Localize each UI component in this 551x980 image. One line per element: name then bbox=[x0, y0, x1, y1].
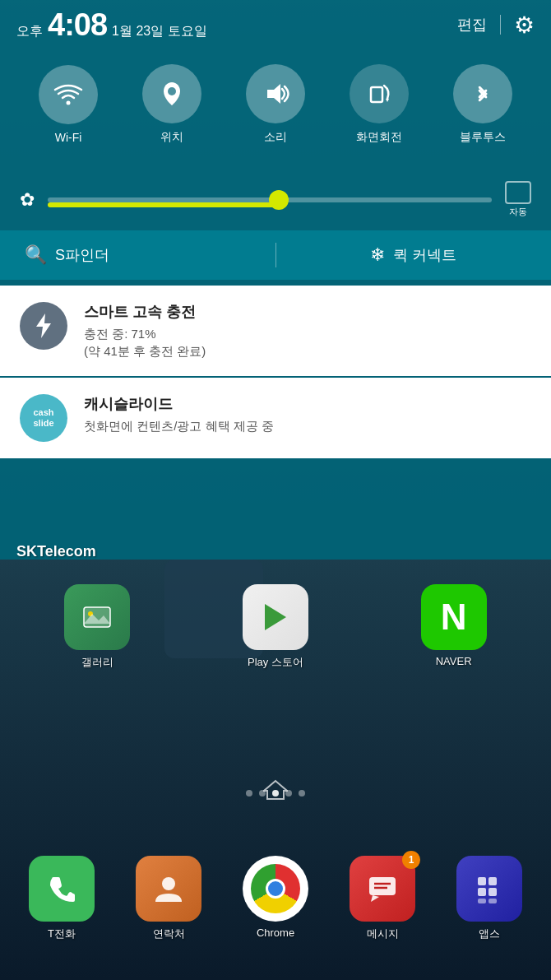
cashslide-body: 첫화면에 컨텐츠/광고 혜택 제공 중 bbox=[84, 417, 531, 434]
svg-rect-12 bbox=[369, 877, 396, 895]
chrome-center bbox=[266, 879, 285, 899]
brightness-row: ✿ 자동 bbox=[0, 181, 551, 218]
phone-icon bbox=[29, 856, 95, 922]
apps-label: 앱스 bbox=[479, 927, 500, 941]
dot-1 bbox=[246, 790, 252, 797]
carrier-label: SKTelecom bbox=[16, 543, 96, 560]
app-messages[interactable]: 1 메시지 bbox=[337, 856, 428, 941]
app-gallery[interactable]: 갤러리 bbox=[52, 584, 142, 670]
qs-bluetooth[interactable]: 블루투스 bbox=[453, 64, 512, 145]
svg-rect-3 bbox=[371, 87, 382, 102]
contacts-label: 연락처 bbox=[153, 927, 185, 941]
auto-brightness-button[interactable]: 자동 bbox=[505, 181, 531, 218]
dot-5 bbox=[299, 790, 305, 797]
svg-marker-7 bbox=[264, 781, 287, 799]
svg-marker-2 bbox=[267, 84, 280, 104]
sound-label: 소리 bbox=[264, 130, 287, 145]
bluetooth-label: 블루투스 bbox=[460, 130, 506, 145]
qs-sound[interactable]: 소리 bbox=[246, 64, 305, 145]
naver-label: NAVER bbox=[436, 655, 472, 667]
notif-charging[interactable]: 스마트 고속 충전 충전 중: 71%(약 41분 후 충전 완료) bbox=[0, 286, 551, 376]
messages-icon: 1 bbox=[350, 856, 415, 922]
svg-rect-20 bbox=[478, 899, 486, 903]
wifi-icon bbox=[53, 80, 83, 109]
qs-location[interactable]: 위치 bbox=[142, 64, 201, 145]
svg-rect-17 bbox=[488, 877, 497, 885]
rotation-label: 화면회전 bbox=[356, 130, 402, 145]
play-triangle-icon bbox=[265, 604, 286, 630]
messages-label: 메시지 bbox=[367, 927, 399, 941]
notifications-area: 스마트 고속 충전 충전 중: 71%(약 41분 후 충전 완료) cashs… bbox=[0, 284, 551, 460]
app-play[interactable]: Play 스토어 bbox=[230, 584, 321, 670]
svg-rect-8 bbox=[84, 607, 110, 627]
notif-cashslide[interactable]: cashslide 캐시슬라이드 첫화면에 컨텐츠/광고 혜택 제공 중 bbox=[0, 378, 551, 458]
svg-rect-21 bbox=[488, 899, 497, 903]
charging-content: 스마트 고속 충전 충전 중: 71%(약 41분 후 충전 완료) bbox=[84, 302, 531, 360]
brightness-fill bbox=[48, 202, 279, 207]
top-apps-row: 갤러리 Play 스토어 N NAVER bbox=[0, 584, 551, 670]
gallery-icon bbox=[64, 584, 130, 650]
sfinder-button[interactable]: 🔍 S파인더 bbox=[0, 244, 276, 266]
svg-marker-13 bbox=[371, 895, 379, 902]
location-label: 위치 bbox=[160, 130, 183, 145]
cashslide-title: 캐시슬라이드 bbox=[84, 394, 531, 414]
svg-marker-6 bbox=[36, 314, 51, 338]
contacts-icon bbox=[136, 856, 201, 922]
bluetooth-circle bbox=[453, 64, 512, 123]
chrome-wheel bbox=[251, 864, 300, 913]
bolt-icon bbox=[31, 312, 56, 340]
search-row: 🔍 S파인더 ❄ 퀵 커넥트 bbox=[0, 230, 551, 280]
sfinder-label: S파인더 bbox=[55, 245, 109, 265]
bottom-apps-row: T전화 연락처 Chrome 1 메시지 bbox=[0, 856, 551, 941]
time-display: 4:08 bbox=[48, 7, 107, 43]
svg-marker-4 bbox=[386, 99, 389, 102]
status-time: 오후 4:08 1월 23일 토요일 bbox=[16, 7, 207, 43]
snowflake-icon: ❄ bbox=[370, 244, 385, 266]
cashslide-icon: cashslide bbox=[20, 394, 67, 442]
wifi-label: Wi-Fi bbox=[55, 131, 82, 144]
rotation-icon bbox=[364, 79, 394, 109]
quick-settings-row: Wi-Fi 위치 소리 화면 bbox=[0, 56, 551, 153]
brightness-slider[interactable] bbox=[48, 197, 492, 202]
home-button-icon bbox=[263, 779, 288, 801]
charging-title: 스마트 고속 충전 bbox=[84, 302, 531, 322]
qs-rotation[interactable]: 화면회전 bbox=[350, 64, 409, 145]
svg-rect-18 bbox=[478, 888, 486, 896]
auto-label: 자동 bbox=[509, 206, 527, 218]
cashslide-content: 캐시슬라이드 첫화면에 컨텐츠/광고 혜택 제공 중 bbox=[84, 394, 531, 434]
app-contacts[interactable]: 연락처 bbox=[123, 856, 214, 941]
svg-point-1 bbox=[168, 87, 176, 95]
svg-rect-19 bbox=[488, 888, 497, 896]
edit-button[interactable]: 편집 bbox=[457, 15, 487, 35]
naver-n-label: N bbox=[441, 597, 467, 638]
app-apps[interactable]: 앱스 bbox=[444, 856, 535, 941]
gear-icon[interactable]: ⚙ bbox=[514, 12, 535, 39]
app-chrome[interactable]: Chrome bbox=[230, 856, 321, 941]
phone-label: T전화 bbox=[48, 927, 76, 941]
quick-connect-button[interactable]: ❄ 퀵 커넥트 bbox=[276, 244, 552, 266]
svg-point-0 bbox=[67, 101, 71, 105]
chrome-label: Chrome bbox=[257, 927, 294, 939]
date-display: 1월 23일 토요일 bbox=[112, 23, 207, 40]
gallery-label: 갤러리 bbox=[81, 655, 113, 670]
auto-square-icon bbox=[505, 181, 531, 204]
apps-icon bbox=[456, 856, 522, 922]
qs-wifi[interactable]: Wi-Fi bbox=[39, 65, 98, 144]
wifi-circle bbox=[39, 65, 98, 124]
status-bar: 오후 4:08 1월 23일 토요일 편집 ⚙ bbox=[0, 0, 551, 49]
brightness-thumb[interactable] bbox=[269, 190, 289, 210]
search-icon: 🔍 bbox=[25, 244, 47, 266]
rotation-circle bbox=[350, 64, 409, 123]
sound-circle bbox=[246, 64, 305, 123]
bluetooth-icon bbox=[468, 79, 498, 109]
charging-body: 충전 중: 71%(약 41분 후 충전 완료) bbox=[84, 325, 531, 360]
quick-connect-label: 퀵 커넥트 bbox=[393, 245, 456, 265]
play-icon-circle bbox=[243, 584, 308, 650]
svg-point-11 bbox=[162, 877, 175, 890]
charging-icon-circle bbox=[20, 302, 67, 350]
app-naver[interactable]: N NAVER bbox=[409, 584, 499, 670]
naver-icon: N bbox=[421, 584, 487, 650]
brightness-icon: ✿ bbox=[20, 189, 35, 211]
app-phone[interactable]: T전화 bbox=[16, 856, 107, 941]
svg-rect-16 bbox=[478, 877, 486, 885]
